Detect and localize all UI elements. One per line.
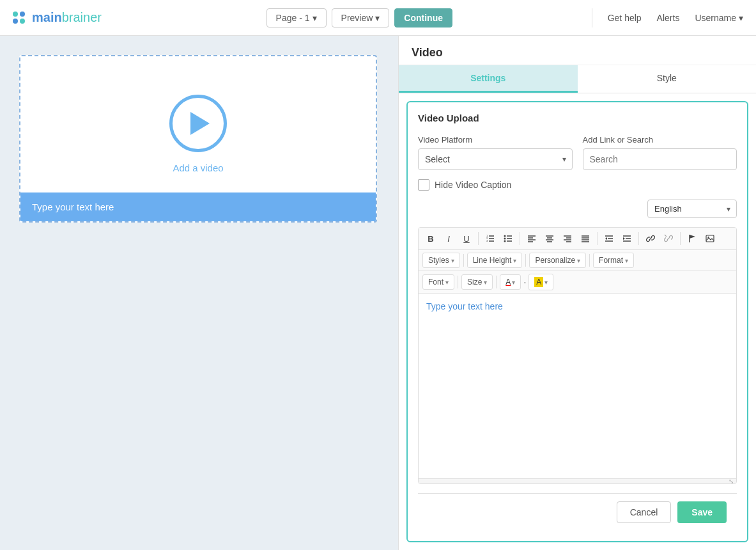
panel-footer: Cancel Save (418, 493, 737, 531)
link-button[interactable] (642, 230, 659, 247)
top-nav: mainbrainer Page - 1 ▾ Preview ▾ Continu… (0, 0, 756, 36)
upload-title: Video Upload (418, 113, 737, 123)
italic-button[interactable]: I (440, 230, 457, 247)
svg-line-37 (667, 237, 670, 240)
logo-area: mainbrainer (13, 10, 102, 25)
toolbar-separator-4 (638, 232, 639, 245)
tab-settings[interactable]: Settings (399, 65, 578, 93)
panel-title: Video (399, 36, 756, 65)
svg-point-9 (504, 235, 506, 237)
platform-select[interactable]: Select YouTube Vimeo Wistia (418, 148, 573, 170)
alerts-link[interactable]: Alerts (657, 13, 680, 23)
align-left-button[interactable] (523, 230, 540, 247)
logo-dot-4 (20, 19, 25, 24)
line-height-label: Line Height (473, 256, 512, 265)
unordered-list-button[interactable] (500, 230, 516, 247)
format-dropdown[interactable]: Format ▾ (593, 253, 634, 268)
logo-dot-3 (13, 19, 18, 24)
unordered-list-icon (504, 234, 513, 243)
align-justify-icon (581, 234, 590, 243)
ordered-list-button[interactable]: 123 (482, 230, 498, 247)
link-icon (646, 234, 655, 243)
editor-resize-handle[interactable]: ⤡ (419, 478, 736, 483)
page-label: Page - 1 (276, 13, 310, 23)
editor-body[interactable]: Type your text here (419, 294, 736, 478)
continue-button[interactable]: Continue (394, 8, 452, 28)
logo-dot-1 (13, 12, 18, 17)
svg-marker-31 (605, 237, 607, 240)
nav-center: Page - 1 ▾ Preview ▾ Continue (127, 8, 592, 28)
styles-dropdown[interactable]: Styles ▾ (422, 253, 460, 268)
image-button[interactable] (702, 230, 718, 247)
font-color-label: A (505, 278, 511, 287)
save-label: Save (691, 507, 713, 517)
language-select[interactable]: English French Spanish German (647, 200, 737, 218)
logo-dots (13, 12, 28, 24)
svg-line-38 (665, 235, 667, 237)
add-video-text[interactable]: Add a video (173, 162, 223, 173)
font-dropdown[interactable]: Font ▾ (422, 274, 454, 290)
styles-chevron-icon: ▾ (451, 257, 454, 264)
platform-label: Video Platform (418, 135, 573, 145)
svg-text:3: 3 (486, 239, 488, 242)
indent-icon (622, 234, 631, 243)
flag-button[interactable] (684, 230, 700, 247)
toolbar-separator-5 (680, 232, 681, 245)
logo-brainer: brainer (62, 10, 102, 24)
save-button[interactable]: Save (677, 501, 727, 523)
cancel-label: Cancel (630, 507, 658, 517)
video-block: Add a video Type your text here (19, 55, 377, 223)
tab-style-label: Style (657, 73, 677, 83)
get-help-link[interactable]: Get help (608, 13, 642, 23)
platform-search-row: Video Platform Select YouTube Vimeo Wist… (418, 135, 737, 170)
bg-color-chevron-icon: ▾ (544, 279, 548, 286)
svg-marker-35 (623, 237, 625, 240)
hide-caption-checkbox[interactable] (418, 179, 429, 191)
tab-style[interactable]: Style (578, 65, 757, 93)
align-center-button[interactable] (541, 230, 558, 247)
indent-button[interactable] (619, 230, 635, 247)
ordered-list-icon: 123 (486, 234, 495, 243)
play-circle (169, 95, 227, 152)
logo-text: mainbrainer (32, 10, 102, 25)
align-right-icon (563, 234, 572, 243)
size-chevron-icon: ▾ (484, 279, 487, 286)
font-color-dropdown[interactable]: A ▾ (500, 274, 521, 290)
align-left-icon (527, 234, 536, 243)
cancel-button[interactable]: Cancel (617, 501, 672, 523)
toolbar-row-1: B I U 123 (419, 228, 736, 250)
page-dropdown-button[interactable]: Page - 1 ▾ (266, 8, 327, 28)
svg-rect-41 (706, 235, 714, 242)
search-group: Add Link or Search (583, 135, 737, 170)
align-right-button[interactable] (559, 230, 576, 247)
personalize-dropdown[interactable]: Personalize ▾ (529, 253, 586, 268)
size-dropdown[interactable]: Size ▾ (461, 274, 493, 290)
underline-button[interactable]: U (458, 230, 475, 247)
outdent-button[interactable] (601, 230, 617, 247)
toolbar-separator-7 (525, 254, 526, 267)
nav-right: Get help Alerts Username ▾ (592, 8, 743, 28)
hide-caption-row: Hide Video Caption (418, 179, 737, 191)
bg-color-label: A (534, 277, 543, 287)
username-dropdown[interactable]: Username ▾ (695, 13, 743, 23)
text-caption-bar[interactable]: Type your text here (20, 192, 376, 221)
upload-section: Video Upload Video Platform Select YouTu… (406, 101, 748, 542)
lang-row: English French Spanish German ▾ (418, 200, 737, 218)
unlink-button[interactable] (660, 230, 677, 247)
search-input[interactable] (583, 148, 737, 170)
video-placeholder[interactable]: Add a video (20, 56, 376, 192)
toolbar-separator-10 (496, 276, 497, 288)
line-height-dropdown[interactable]: Line Height ▾ (467, 253, 523, 268)
preview-dropdown-button[interactable]: Preview ▾ (332, 8, 390, 28)
align-justify-button[interactable] (577, 230, 594, 247)
toolbar-separator-6 (463, 254, 464, 267)
bg-color-dropdown[interactable]: A ▾ (528, 274, 553, 290)
toolbar-separator-2 (520, 232, 520, 245)
font-label: Font (428, 278, 444, 287)
styles-label: Styles (428, 256, 449, 265)
bold-button[interactable]: B (422, 230, 439, 247)
personalize-chevron-icon: ▾ (577, 257, 580, 264)
align-center-icon (545, 234, 554, 243)
svg-point-10 (504, 238, 506, 240)
toolbar-row-2: Styles ▾ Line Height ▾ Personalize ▾ (419, 250, 736, 271)
